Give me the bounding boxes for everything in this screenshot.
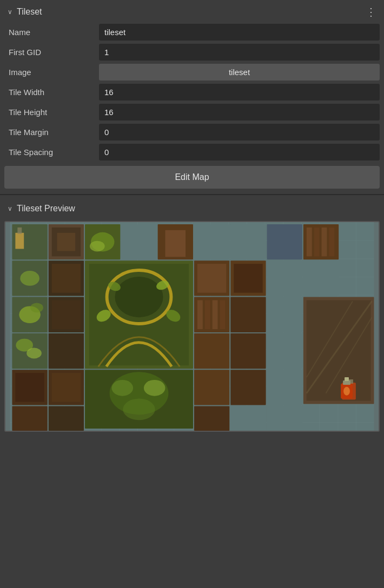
svg-rect-79 [49, 406, 84, 431]
svg-rect-19 [314, 228, 320, 256]
preview-section-header: ∨ Tileset Preview [0, 198, 384, 219]
svg-rect-35 [197, 264, 226, 292]
svg-rect-11 [121, 224, 156, 259]
svg-rect-69 [52, 373, 81, 402]
tile-height-row: Tile Height [4, 104, 380, 121]
svg-rect-62 [230, 333, 266, 369]
svg-rect-78 [12, 406, 47, 431]
svg-rect-39 [303, 260, 339, 296]
image-label: Image [4, 68, 99, 77]
tile-width-row: Tile Width [4, 84, 380, 101]
svg-rect-50 [230, 297, 266, 332]
svg-rect-51 [267, 297, 302, 332]
svg-rect-48 [213, 300, 218, 329]
svg-rect-77 [267, 370, 302, 405]
svg-rect-75 [194, 370, 229, 405]
image-button[interactable]: tileset [99, 64, 380, 81]
svg-rect-61 [194, 333, 229, 369]
svg-rect-47 [205, 300, 210, 329]
tileset-chevron-icon[interactable]: ∨ [8, 8, 12, 16]
svg-rect-7 [57, 233, 76, 251]
svg-rect-82 [267, 406, 302, 431]
preview-section-title: Tileset Preview [17, 204, 75, 213]
tile-margin-label: Tile Margin [4, 128, 99, 137]
section-divider [0, 194, 384, 195]
svg-rect-13 [165, 230, 186, 257]
svg-rect-15 [230, 224, 266, 259]
edit-map-button[interactable]: Edit Map [4, 166, 380, 189]
svg-rect-16 [267, 224, 302, 259]
tile-spacing-label: Tile Spacing [4, 148, 99, 157]
svg-rect-67 [15, 373, 44, 402]
svg-point-23 [20, 271, 39, 286]
svg-rect-76 [230, 370, 266, 405]
svg-rect-20 [322, 228, 327, 256]
properties-table: Name First GID Image tileset Tile Width … [0, 24, 384, 161]
svg-rect-44 [52, 300, 81, 329]
first-gid-input[interactable] [99, 44, 380, 61]
tileset-section-title: Tileset [17, 7, 42, 17]
svg-rect-81 [230, 406, 266, 431]
svg-rect-14 [194, 224, 229, 259]
tile-width-label: Tile Width [4, 88, 99, 97]
svg-rect-21 [329, 228, 334, 256]
svg-point-10 [90, 241, 105, 252]
name-row: Name [4, 24, 380, 41]
name-input[interactable] [99, 24, 380, 41]
svg-rect-25 [52, 264, 81, 292]
svg-point-74 [123, 399, 155, 420]
tile-spacing-input[interactable] [99, 144, 380, 161]
tileset-preview-container[interactable] [4, 221, 380, 432]
svg-rect-60 [49, 333, 84, 369]
tile-height-label: Tile Height [4, 108, 99, 117]
image-row: Image tileset [4, 64, 380, 81]
tileset-title-row: ∨ Tileset [8, 7, 42, 17]
svg-rect-49 [220, 300, 225, 329]
svg-rect-37 [234, 264, 262, 292]
svg-point-59 [27, 348, 42, 359]
tile-height-input[interactable] [99, 104, 380, 121]
svg-point-42 [30, 303, 43, 312]
svg-rect-63 [267, 333, 302, 369]
svg-rect-46 [197, 300, 203, 329]
svg-rect-4 [17, 228, 22, 234]
tileset-preview-svg [5, 222, 379, 431]
tile-margin-input[interactable] [99, 124, 380, 141]
svg-rect-3 [15, 233, 24, 249]
svg-point-72 [112, 380, 134, 396]
tile-spacing-row: Tile Spacing [4, 144, 380, 161]
svg-point-29 [115, 277, 163, 317]
svg-point-86 [343, 387, 350, 396]
more-options-icon[interactable]: ⋮ [366, 5, 376, 18]
tileset-panel: ∨ Tileset ⋮ Name First GID Image tileset… [0, 0, 384, 432]
svg-point-73 [144, 380, 165, 396]
svg-rect-38 [267, 260, 302, 296]
svg-rect-80 [194, 406, 229, 431]
tileset-section-header: ∨ Tileset ⋮ [0, 0, 384, 24]
name-label: Name [4, 28, 99, 37]
tile-width-input[interactable] [99, 84, 380, 101]
preview-chevron-icon[interactable]: ∨ [8, 205, 12, 212]
first-gid-row: First GID [4, 44, 380, 61]
first-gid-label: First GID [4, 48, 99, 57]
svg-rect-18 [307, 228, 312, 256]
tile-margin-row: Tile Margin [4, 124, 380, 141]
svg-rect-85 [345, 377, 349, 381]
svg-rect-84 [343, 380, 350, 385]
